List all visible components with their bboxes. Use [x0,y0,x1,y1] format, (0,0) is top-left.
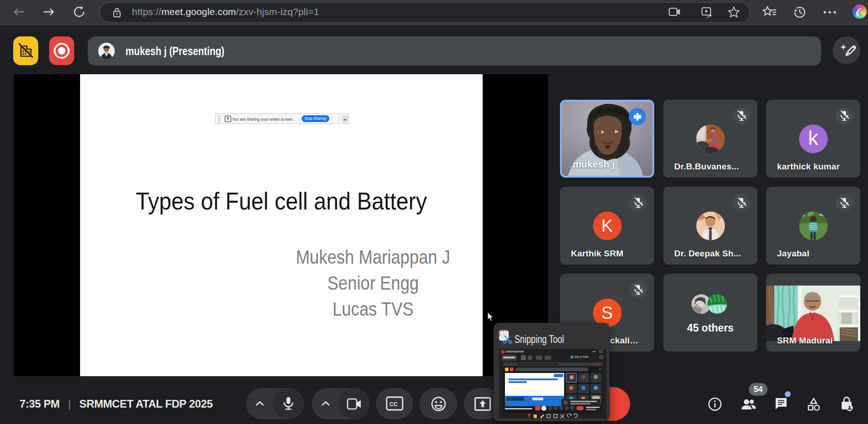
svg-text:CC: CC [389,401,398,408]
